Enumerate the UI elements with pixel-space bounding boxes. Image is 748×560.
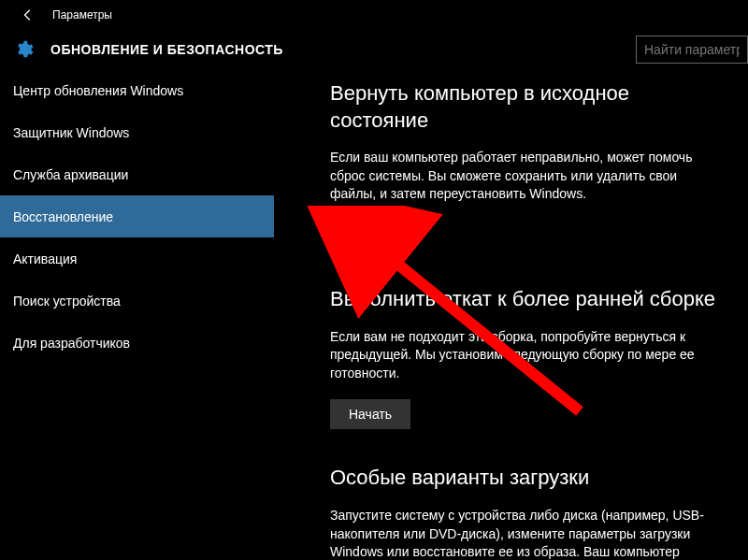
sidebar-item-developers[interactable]: Для разработчиков (0, 322, 274, 364)
window-header: Параметры (0, 0, 748, 30)
app-name: Параметры (52, 8, 112, 22)
section-title: ОБНОВЛЕНИЕ И БЕЗОПАСНОСТЬ (50, 42, 283, 57)
gear-icon (13, 39, 34, 60)
back-button[interactable] (17, 4, 39, 26)
section-body: Запустите систему с устройства либо диск… (330, 507, 726, 560)
section-advanced-startup: Особые варианты загрузки Запустите систе… (330, 465, 726, 560)
sidebar-item-recovery[interactable]: Восстановление (0, 195, 274, 237)
sidebar-item-label: Восстановление (13, 209, 113, 224)
sidebar: Центр обновления Windows Защитник Window… (0, 69, 274, 560)
sidebar-item-find-device[interactable]: Поиск устройства (0, 280, 274, 322)
back-arrow-icon (22, 8, 35, 22)
section-body: Если вам не подходит эта сборка, попробу… (330, 328, 726, 383)
section-heading: Вернуть компьютер в исходное состояние (330, 80, 726, 134)
title-bar: ОБНОВЛЕНИЕ И БЕЗОПАСНОСТЬ (0, 30, 748, 69)
sidebar-item-label: Центр обновления Windows (13, 83, 183, 98)
section-rollback: Выполнить откат к более ранней сборке Ес… (330, 286, 726, 429)
section-reset-pc: Вернуть компьютер в исходное состояние Е… (330, 80, 726, 251)
sidebar-item-windows-update[interactable]: Центр обновления Windows (0, 69, 274, 111)
section-heading: Особые варианты загрузки (330, 465, 726, 492)
sidebar-item-label: Служба архивации (13, 167, 128, 182)
rollback-start-button[interactable]: Начать (330, 399, 410, 429)
sidebar-item-backup[interactable]: Служба архивации (0, 153, 274, 195)
sidebar-item-label: Защитник Windows (13, 125, 129, 140)
section-heading: Выполнить откат к более ранней сборке (330, 286, 726, 313)
main-content: Вернуть компьютер в исходное состояние Е… (274, 69, 748, 560)
section-body: Если ваш компьютер работает неправильно,… (330, 149, 726, 204)
reset-pc-start-button[interactable]: Начать (330, 221, 410, 251)
sidebar-item-label: Поиск устройства (13, 294, 121, 309)
sidebar-item-activation[interactable]: Активация (0, 237, 274, 280)
search-input[interactable] (636, 36, 748, 64)
sidebar-item-label: Для разработчиков (13, 336, 130, 351)
sidebar-item-defender[interactable]: Защитник Windows (0, 111, 274, 153)
sidebar-item-label: Активация (13, 251, 77, 266)
